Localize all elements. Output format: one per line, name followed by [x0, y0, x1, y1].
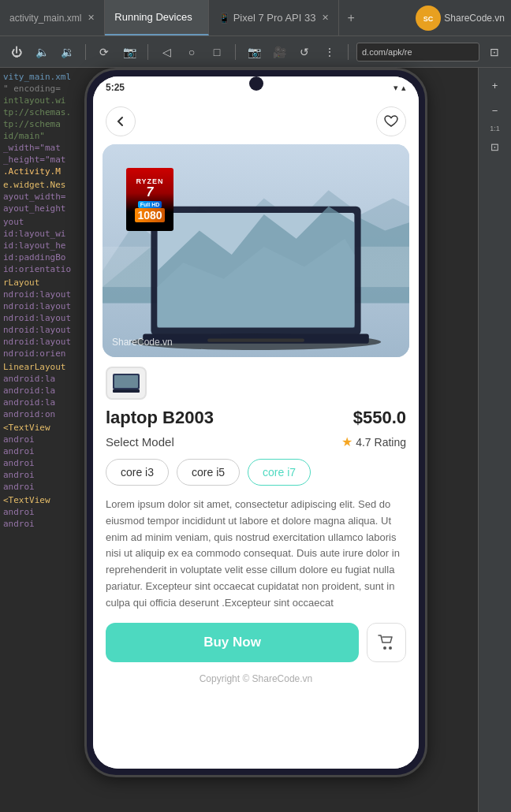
svg-rect-15 — [207, 339, 304, 342]
screenshot-btn[interactable]: 📷 — [119, 42, 140, 62]
tab-running-devices[interactable]: Running Devices — [105, 0, 208, 35]
square-btn[interactable]: □ — [207, 42, 227, 62]
code-line-17: id:layout_he — [0, 240, 84, 251]
sep1 — [85, 44, 86, 60]
code-line-31: android:la — [0, 385, 84, 397]
camera-btn[interactable]: 📷 — [244, 42, 264, 62]
phone-frame: 5:25 ▾ ▴ — [84, 68, 427, 777]
tab-activity-xml[interactable]: activity_main.xml ✕ — [0, 0, 105, 35]
code-line-15: yout — [0, 216, 84, 228]
volume-up-btn[interactable]: 🔉 — [57, 42, 77, 62]
code-line-2: " encoding= — [0, 83, 84, 95]
logo-text: ShareCode.vn — [444, 13, 505, 24]
code-line-9: .Activity.M — [0, 166, 84, 177]
product-info: laptop B2003 $550.0 Select Model ★ 4.7 R… — [93, 400, 419, 449]
code-line-19: id:orientatio — [0, 263, 84, 275]
back-btn[interactable]: ◁ — [156, 42, 177, 62]
tab-pixel7-icon: 📱 — [218, 13, 230, 24]
code-line-25: ndroid:layout — [0, 324, 84, 336]
product-image-container: RYZEN 7 Full HD 1080 ShareCode.vn — [103, 144, 409, 357]
tab-close-pixel7[interactable]: ✕ — [322, 13, 329, 23]
code-line-38: androi — [0, 457, 84, 469]
zoom-in-button[interactable]: + — [484, 74, 506, 96]
wifi-icon: ▾ — [394, 83, 398, 93]
expand-button[interactable]: ⊡ — [484, 136, 506, 158]
code-line-21: rLayout — [0, 277, 84, 289]
top-nav — [93, 99, 419, 144]
code-line-27: ndroid:orien — [0, 348, 84, 359]
code-line-3: intlayout.wi — [0, 95, 84, 106]
status-icons: ▾ ▴ — [394, 83, 406, 93]
zoom-out-button[interactable]: − — [484, 99, 506, 121]
replay-btn[interactable]: ↺ — [294, 42, 315, 62]
code-line-13: ayout_height — [0, 203, 84, 214]
rotate-btn[interactable]: ⟳ — [94, 42, 114, 62]
product-title: laptop B2003 — [106, 408, 214, 428]
svg-text:SC: SC — [423, 15, 434, 23]
watermark: ShareCode.vn — [112, 337, 173, 348]
tab-pixel7-label: Pixel 7 Pro API 33 — [233, 12, 316, 24]
signal-icon: ▴ — [401, 83, 406, 93]
logo-circle: SC — [416, 6, 441, 31]
code-line-5: tp://schema — [0, 118, 84, 130]
model-btn-i7[interactable]: core i7 — [248, 459, 311, 486]
power-btn[interactable]: ⏻ — [6, 42, 27, 62]
code-line-6: id/main" — [0, 130, 84, 142]
toolbar: ⏻ 🔈 🔉 ⟳ 📷 ◁ ○ □ 📷 🎥 ↺ ⋮ d.com/apk/re ⊡ — [0, 36, 511, 68]
mirror-btn[interactable]: ⊡ — [484, 42, 505, 62]
more-btn[interactable]: ⋮ — [319, 42, 340, 62]
favorite-button[interactable] — [376, 106, 406, 136]
rating-text: 4.7 Rating — [356, 436, 406, 449]
tab-close-activity[interactable]: ✕ — [88, 13, 95, 23]
bottom-actions: Buy Now — [93, 612, 419, 673]
model-buttons: core i3 core i5 core i7 — [93, 459, 419, 486]
ryzen-badge: RYZEN 7 Full HD 1080 — [126, 168, 173, 231]
volume-btn[interactable]: 🔈 — [32, 42, 52, 62]
code-line-43: androi — [0, 506, 84, 518]
right-toolbar: + − 1:1 ⊡ — [478, 68, 511, 812]
code-line-36: androi — [0, 434, 84, 445]
tab-pixel7[interactable]: 📱 Pixel 7 Pro API 33 ✕ — [209, 0, 340, 35]
thumbnail-row — [93, 357, 419, 400]
p1080-badge: 1080 — [135, 208, 164, 222]
code-lines: vity_main.xml " encoding= intlayout.wi t… — [0, 68, 84, 812]
code-line-24: ndroid:layout — [0, 312, 84, 324]
model-btn-i3[interactable]: core i3 — [106, 459, 169, 486]
code-line-32: android:la — [0, 397, 84, 408]
code-line-29: LinearLayout — [0, 361, 84, 373]
laptop-image: RYZEN 7 Full HD 1080 — [103, 144, 409, 357]
model-btn-i5[interactable]: core i5 — [177, 459, 240, 486]
star-icon: ★ — [341, 434, 352, 449]
tab-add-button[interactable]: + — [339, 11, 362, 25]
home-btn[interactable]: ○ — [181, 42, 202, 62]
code-line-11: e.widget.Nes — [0, 179, 84, 191]
copyright: Copyright © ShareCode.vn — [93, 673, 419, 692]
tab-running-devices-label: Running Devices — [114, 11, 192, 23]
video-btn[interactable]: 🎥 — [269, 42, 289, 62]
ryzen-7-text: 7 — [147, 185, 154, 199]
url-text: d.com/apk/re — [362, 47, 412, 57]
cart-button[interactable] — [367, 623, 406, 662]
rating-row: ★ 4.7 Rating — [341, 434, 406, 449]
product-thumbnail-1[interactable] — [106, 367, 147, 400]
fhd-badge: Full HD — [138, 201, 162, 208]
buy-now-button[interactable]: Buy Now — [106, 623, 359, 662]
tab-activity-label: activity_main.xml — [9, 13, 81, 24]
code-editor: vity_main.xml " encoding= intlayout.wi t… — [0, 68, 84, 812]
svg-rect-18 — [113, 389, 140, 393]
code-line-22: ndroid:layout — [0, 289, 84, 300]
code-line-40: androi — [0, 481, 84, 493]
url-bar[interactable]: d.com/apk/re — [356, 43, 479, 61]
code-line-1: vity_main.xml — [0, 71, 84, 83]
code-line-23: ndroid:layout — [0, 300, 84, 312]
svg-point-19 — [383, 646, 386, 650]
select-model-row: Select Model ★ 4.7 Rating — [106, 434, 406, 449]
code-line-26: ndroid:layout — [0, 336, 84, 348]
code-line-39: androi — [0, 469, 84, 481]
sep4 — [348, 44, 349, 60]
product-price: $550.0 — [353, 408, 406, 428]
camera-notch — [249, 76, 263, 91]
code-line-12: ayout_width= — [0, 191, 84, 203]
back-nav-button[interactable] — [106, 106, 136, 136]
code-line-4: tp://schemas. — [0, 106, 84, 118]
